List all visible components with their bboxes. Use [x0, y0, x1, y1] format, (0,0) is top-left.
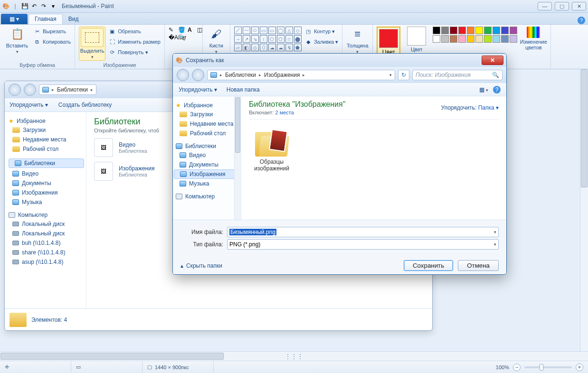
- breadcrumb-segment[interactable]: Изображения: [264, 72, 300, 78]
- tree-item[interactable]: Загрузки: [174, 110, 240, 119]
- tree-item[interactable]: Рабочий стол: [174, 129, 240, 138]
- color-swatch[interactable]: [441, 35, 449, 43]
- rotate-button[interactable]: ⟳Повернуть ▾: [108, 47, 161, 57]
- shape-item[interactable]: ⬟: [294, 44, 302, 51]
- shape-item[interactable]: △: [285, 27, 293, 34]
- tree-item[interactable]: Изображения: [7, 188, 84, 197]
- dialog-organize-button[interactable]: Упорядочить ▾: [179, 86, 217, 93]
- color-swatch[interactable]: [458, 35, 466, 43]
- qat-save-icon[interactable]: 💾: [21, 2, 28, 10]
- dlg-favorites[interactable]: ★Избранное: [176, 102, 240, 109]
- shape-item[interactable]: →: [234, 35, 242, 43]
- dialog-back-button[interactable]: [177, 69, 189, 81]
- tab-view[interactable]: Вид: [63, 14, 85, 24]
- tree-item[interactable]: Видео: [7, 169, 84, 178]
- zoom-slider[interactable]: [524, 366, 572, 368]
- shape-item[interactable]: ◇: [251, 44, 259, 51]
- select-button[interactable]: Выделить▾: [79, 27, 105, 61]
- color-swatch[interactable]: [475, 27, 483, 34]
- picker-tool-icon[interactable]: �After: [169, 34, 177, 41]
- qat-redo-icon[interactable]: ↷: [40, 2, 47, 10]
- tree-item[interactable]: Изображения: [174, 169, 240, 179]
- color-swatch[interactable]: [501, 27, 509, 34]
- horizontal-scrollbar[interactable]: ⋮⋮⋮: [0, 351, 588, 361]
- window-maximize-button[interactable]: ▢: [555, 2, 569, 10]
- tree-item[interactable]: Видео: [174, 150, 240, 160]
- chevron-down-icon[interactable]: ▾: [494, 242, 496, 247]
- view-mode-button[interactable]: ▦ ▾: [479, 86, 488, 93]
- shape-item[interactable]: ⬭: [251, 27, 259, 34]
- filetype-select[interactable]: PNG (*.png) ▾: [227, 239, 499, 250]
- color-swatch[interactable]: [501, 35, 509, 43]
- tree-item[interactable]: Недавние места: [174, 119, 240, 129]
- chevron-down-icon[interactable]: ▾: [389, 73, 392, 77]
- color-swatch[interactable]: [433, 27, 440, 34]
- dialog-forward-button[interactable]: [192, 69, 204, 81]
- window-close-button[interactable]: ✕: [572, 2, 586, 10]
- color2-button[interactable]: Цвет: [403, 27, 430, 52]
- tree-item[interactable]: buh (\\10.1.4.8): [7, 238, 84, 248]
- shape-item[interactable]: ☁: [268, 44, 276, 51]
- qat-dropdown-icon[interactable]: ▾: [49, 2, 57, 10]
- zoom-out-button[interactable]: −: [513, 364, 521, 371]
- pencil-tool-icon[interactable]: ✎: [169, 27, 177, 33]
- size-button[interactable]: ≡ Толщина▾: [346, 27, 369, 54]
- color-swatch[interactable]: [450, 35, 457, 43]
- forward-button[interactable]: [24, 84, 36, 96]
- refresh-button[interactable]: ↻: [398, 70, 409, 80]
- vertical-scrollbar[interactable]: [580, 69, 588, 351]
- back-button[interactable]: [9, 84, 21, 96]
- fill-tool-icon[interactable]: 🪣: [178, 27, 187, 33]
- dialog-sidebar-scrollbar[interactable]: [234, 96, 241, 220]
- color-swatch[interactable]: [458, 27, 466, 34]
- explorer-breadcrumb[interactable]: ▸ Библиотеки ▸: [39, 84, 96, 95]
- color-swatch[interactable]: [467, 27, 474, 34]
- dialog-close-button[interactable]: ✕: [482, 56, 503, 65]
- dialog-help-icon[interactable]: ?: [493, 86, 501, 93]
- shape-item[interactable]: ☁: [277, 44, 285, 51]
- dlg-libraries[interactable]: Библиотеки: [176, 143, 240, 149]
- tab-home[interactable]: Главная: [28, 14, 63, 24]
- shape-item[interactable]: ⬯: [260, 44, 267, 51]
- color-swatch[interactable]: [475, 35, 483, 43]
- color-swatch[interactable]: [433, 35, 440, 43]
- shape-item[interactable]: ◯: [277, 27, 285, 34]
- color-palette[interactable]: [433, 27, 517, 43]
- resize-button[interactable]: ⛶Изменить размер: [108, 37, 161, 47]
- window-minimize-button[interactable]: —: [538, 2, 552, 10]
- qat-undo-icon[interactable]: ↶: [30, 2, 38, 10]
- tree-item[interactable]: Документы: [174, 160, 240, 169]
- breadcrumb-segment[interactable]: Библиотеки: [225, 72, 256, 78]
- shape-fill-button[interactable]: ◆Заливка ▾: [304, 37, 338, 47]
- shape-item[interactable]: ⬤: [294, 35, 302, 43]
- dlg-computer[interactable]: Компьютер: [176, 193, 240, 200]
- shape-item[interactable]: ⬠: [268, 35, 276, 43]
- zoom-tool-icon[interactable]: 🔍: [178, 34, 187, 41]
- shape-item[interactable]: ↗: [243, 35, 250, 43]
- tree-item[interactable]: Локальный диск: [7, 219, 84, 229]
- color-swatch[interactable]: [484, 35, 492, 43]
- shape-item[interactable]: ◇: [294, 27, 302, 34]
- color-swatch[interactable]: [484, 27, 492, 34]
- shape-item[interactable]: ／: [234, 27, 242, 34]
- tree-item[interactable]: Загрузки: [7, 125, 84, 135]
- shape-item[interactable]: ↕: [260, 35, 267, 43]
- text-tool-icon[interactable]: A: [188, 27, 196, 33]
- dialog-new-folder-button[interactable]: Новая папка: [227, 86, 260, 93]
- edit-colors-button[interactable]: Изменение цветов: [520, 27, 547, 50]
- shape-item[interactable]: ↯: [285, 44, 293, 51]
- folder-tile-samples[interactable]: Образцы изображений: [249, 128, 294, 172]
- sort-value-button[interactable]: Папка ▾: [478, 104, 499, 111]
- shape-item[interactable]: ▭: [268, 27, 276, 34]
- organize-button[interactable]: Упорядочить ▾: [9, 102, 48, 108]
- copy-button[interactable]: ⧉Копировать: [33, 37, 71, 47]
- shape-item[interactable]: ⬡: [277, 35, 285, 43]
- tree-item[interactable]: Музыка: [174, 179, 240, 188]
- tree-item[interactable]: Музыка: [7, 197, 84, 207]
- tree-item[interactable]: Недавние места: [7, 135, 84, 144]
- filename-input[interactable]: Безымянный.png ▾: [227, 227, 499, 237]
- chevron-down-icon[interactable]: ▾: [494, 230, 496, 234]
- tree-item[interactable]: asup (\\10.1.4.8): [7, 257, 84, 267]
- dialog-search-input[interactable]: Поиск: Изображения 🔍: [412, 70, 503, 80]
- color-swatch[interactable]: [493, 27, 500, 34]
